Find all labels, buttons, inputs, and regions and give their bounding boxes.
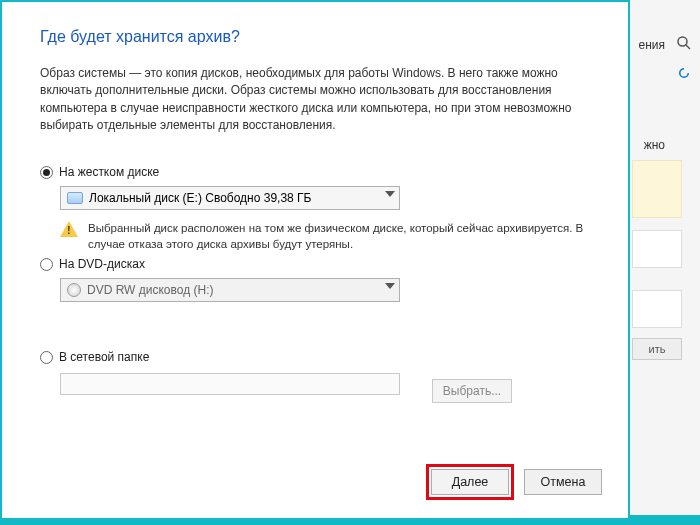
option-hard-disk: На жестком диске Локальный диск (E:) Сво… [40,165,595,252]
disk-icon [67,192,83,204]
svg-line-1 [686,45,690,49]
bg-input-fragment-2 [632,290,682,328]
bg-note-panel [632,160,682,218]
radio-icon [40,258,53,271]
next-button[interactable]: Далее [431,469,509,495]
dvd-icon [67,283,81,297]
bg-input-fragment-1 [632,230,682,268]
wizard-button-bar: Далее Отмена [426,464,602,500]
search-icon[interactable] [676,35,692,51]
hard-disk-select[interactable]: Локальный диск (E:) Свободно 39,38 ГБ [60,186,400,210]
chevron-down-icon [385,191,395,197]
svg-point-0 [678,37,687,46]
browse-button[interactable]: Выбрать... [432,379,512,403]
hard-disk-warning-text: Выбранный диск расположен на том же физи… [88,220,585,252]
hard-disk-select-value: Локальный диск (E:) Свободно 39,38 ГБ [89,191,311,205]
wizard-dialog: Где будет хранится архив? Образ системы … [0,0,630,520]
next-button-highlight: Далее [426,464,514,500]
dialog-title: Где будет хранится архив? [40,28,240,46]
radio-dvd-label: На DVD-дисках [59,257,145,271]
network-path-input[interactable] [60,373,400,395]
radio-network[interactable]: В сетевой папке [40,350,595,364]
dvd-select[interactable]: DVD RW дисковод (H:) [60,278,400,302]
bg-text-fragment-2: жно [644,138,665,152]
radio-hard-disk-label: На жестком диске [59,165,159,179]
option-network: В сетевой папке Выбрать... [40,350,595,395]
radio-dvd[interactable]: На DVD-дисках [40,257,595,271]
radio-icon [40,166,53,179]
chevron-down-icon [385,283,395,289]
cancel-button[interactable]: Отмена [524,469,602,495]
bg-button-fragment[interactable]: ить [632,338,682,360]
dialog-description: Образ системы — это копия дисков, необхо… [40,65,590,135]
radio-icon [40,351,53,364]
bg-right-panel: ения жно ить [620,0,700,525]
dvd-select-value: DVD RW дисковод (H:) [87,283,214,297]
option-dvd: На DVD-дисках DVD RW дисковод (H:) [40,257,595,302]
refresh-icon[interactable] [676,65,692,81]
radio-network-label: В сетевой папке [59,350,149,364]
warning-icon [60,221,78,237]
bg-text-fragment: ения [638,38,665,52]
radio-hard-disk[interactable]: На жестком диске [40,165,595,179]
hard-disk-warning: Выбранный диск расположен на том же физи… [60,220,595,252]
